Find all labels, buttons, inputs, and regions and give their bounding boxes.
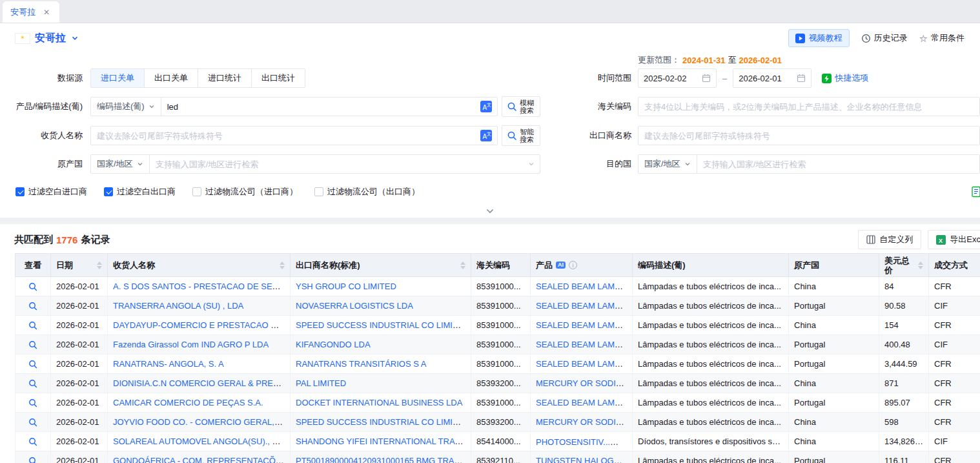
ai-badge: AI [556, 262, 566, 269]
product-link[interactable]: SEALED BEAM LAMP ... [536, 320, 629, 330]
consignee-link[interactable]: DAYDAYUP-COMERCIO E PRESTACAO DE S... [113, 320, 291, 330]
collapse-filters-button[interactable] [0, 205, 980, 218]
checkbox-icon[interactable] [104, 187, 113, 196]
consignee-link[interactable]: GONDOÁFRICA - COM. REPRESENTAÇÕES ... [113, 456, 291, 463]
chevron-down-icon[interactable] [528, 161, 535, 167]
data-source-tab-3[interactable]: 出口统计 [252, 69, 305, 87]
tab-angola[interactable]: 安哥拉 ✕ [3, 1, 59, 23]
view-record-icon[interactable] [28, 418, 37, 427]
view-record-icon[interactable] [28, 340, 37, 349]
consignee-input[interactable] [91, 127, 480, 145]
view-record-icon[interactable] [28, 321, 37, 330]
exporter-link[interactable]: NOVASERRA LOGISTICS LDA [296, 301, 413, 311]
product-link[interactable]: SEALED BEAM LAMP ... [536, 301, 629, 311]
hs-code-input[interactable] [638, 98, 979, 116]
history-button[interactable]: 历史记录 [861, 32, 908, 44]
data-source-tab-0[interactable]: 进口关单 [91, 69, 145, 87]
view-record-icon[interactable] [28, 437, 37, 446]
view-record-icon[interactable] [28, 379, 37, 388]
exporter-link[interactable]: PT50018900004120931000165 BMG TRADI... [296, 456, 469, 463]
results-table: 查看 日期 收货人名称 出口商名称(标准) 海关编码 产品AIi 编码描述(葡)… [15, 253, 980, 463]
exporter-link[interactable]: KIFANGONDO LDA [296, 340, 371, 349]
data-source-tab-2[interactable]: 进口统计 [198, 69, 252, 87]
cell-incoterm: CFR [929, 413, 980, 432]
origin-country-input[interactable] [150, 155, 528, 173]
origin-region-select[interactable]: 国家/地区 [91, 155, 150, 173]
consignee-link[interactable]: RANATRANS- ANGOLA, S. A [113, 359, 224, 369]
custom-columns-button[interactable]: 自定义列 [858, 230, 921, 249]
product-link[interactable]: SEALED BEAM LAMP ... [536, 282, 629, 291]
product-link[interactable]: SEALED BEAM LAMP ... [536, 340, 629, 349]
product-field-select[interactable]: 编码描述(葡) [91, 98, 161, 116]
country-selector[interactable]: 安哥拉 [35, 32, 66, 45]
sort-usd-icon[interactable] [915, 262, 923, 269]
destination-country-input[interactable] [697, 155, 979, 173]
consignee-link[interactable]: SOLAREAL AUTOMOVEL ANGOLA(SU)., LDA [113, 437, 289, 446]
checkbox-icon[interactable] [192, 187, 201, 196]
favorites-button[interactable]: ☆ 常用条件 [919, 32, 965, 44]
filter-checkbox-2[interactable]: 过滤物流公司（进口商） [192, 186, 298, 198]
checkbox-icon[interactable] [15, 187, 25, 196]
translate-icon[interactable]: A文 [480, 101, 492, 112]
exporter-link[interactable]: DOCKET INTERNATIONAL BUSINESS LDA [296, 398, 462, 407]
filter-checkbox-3[interactable]: 过滤物流公司（出口商） [314, 186, 420, 198]
date-from-input[interactable] [644, 74, 699, 83]
consignee-link[interactable]: TRANSERRA ANGOLA (SU) , LDA [113, 301, 243, 311]
view-record-icon[interactable] [28, 282, 37, 291]
table-row: 2026-02-01 GONDOÁFRICA - COM. REPRESENTA… [15, 451, 980, 463]
product-search-input[interactable] [161, 98, 480, 116]
cell-origin-country: China [789, 316, 879, 335]
product-link[interactable]: MERCURY OR SODIU... [536, 417, 629, 427]
product-link[interactable]: PHOTOSENSITIV... [536, 437, 618, 447]
view-record-icon[interactable] [28, 360, 37, 369]
product-link[interactable]: SEALED BEAM LAMP ... [536, 359, 629, 369]
exporter-link[interactable]: RANATRANS TRANSITÁRIOS S A [296, 359, 427, 369]
data-source-tab-1[interactable]: 出口关单 [145, 69, 198, 87]
exporter-link[interactable]: SHANDONG YIFEI INTERNATIONAL TRADIN... [296, 437, 471, 446]
filter-checkbox-1[interactable]: 过滤空白出口商 [104, 186, 176, 198]
results-panel: 共匹配到 1776 条记录 自定义列 X 导出Exc 查看 日期 收货人名称 出… [0, 224, 980, 463]
sort-consignee-icon[interactable] [277, 262, 285, 269]
date-to-field[interactable] [733, 68, 812, 88]
view-record-icon[interactable] [28, 302, 37, 311]
exporter-link[interactable]: SPEED SUCCESS INDUSTRIAL CO LIMITED [296, 417, 469, 427]
quick-options-button[interactable]: 快捷选项 [822, 72, 868, 84]
date-to-input[interactable] [739, 74, 794, 83]
consignee-link[interactable]: DIONISIA.C.N COMERCIO GERAL & PRESTA... [113, 378, 291, 388]
export-excel-button[interactable]: X 导出Exc [928, 230, 980, 249]
exporter-link[interactable]: YSH GROUP CO LIMITED [296, 282, 396, 291]
product-link[interactable]: SEALED BEAM LAMP ... [536, 398, 629, 407]
tab-close-icon[interactable]: ✕ [43, 8, 50, 16]
exporter-input[interactable] [638, 127, 979, 145]
consignee-link[interactable]: CAMICAR COMERCIO DE PEÇAS S.A. [113, 398, 263, 407]
consignee-link[interactable]: A. S DOS SANTOS - PRESTACAO DE SERVIC... [113, 282, 291, 291]
checkbox-icon[interactable] [314, 187, 323, 196]
save-filter-icon[interactable] [971, 186, 980, 198]
header-product: 产品AIi [531, 254, 633, 277]
fuzzy-search-button[interactable]: 模糊搜索 [502, 96, 540, 117]
exporter-link[interactable]: SPEED SUCCESS INDUSTRIAL CO LIMITED [296, 320, 469, 330]
consignee-link[interactable]: JOYVIO FOOD CO. - COMERCIO GERAL, LDA [113, 417, 291, 427]
sort-exporter-icon[interactable] [458, 262, 465, 269]
destination-region-select[interactable]: 国家/地区 [638, 155, 697, 173]
cell-hs-code: 85391000... [471, 355, 531, 374]
table-row: 2026-02-01 DAYDAYUP-COMERCIO E PRESTACAO… [15, 316, 980, 335]
cell-usd-total: 871 [879, 374, 929, 393]
info-icon[interactable]: i [569, 261, 577, 269]
product-link[interactable]: MERCURY OR SODIU... [536, 378, 629, 388]
smart-search-button[interactable]: 智能搜索 [502, 125, 540, 146]
sort-date-icon[interactable] [94, 262, 102, 269]
consignee-link[interactable]: Fazenda Girassol Com IND AGRO P LDA [113, 340, 269, 349]
video-tutorial-button[interactable]: 视频教程 [788, 29, 850, 47]
translate-icon[interactable]: A文 [480, 130, 492, 141]
filter-checkbox-0[interactable]: 过滤空白进口商 [15, 186, 87, 198]
smart-search-label: 智能搜索 [520, 128, 535, 143]
exporter-link[interactable]: PAL LIMITED [296, 378, 346, 388]
date-from-field[interactable] [638, 68, 717, 88]
view-record-icon[interactable] [28, 398, 37, 407]
view-record-icon[interactable] [28, 457, 37, 463]
product-link[interactable]: TUNGSTEN HALOGEN... [536, 456, 633, 463]
cell-date: 2026-02-01 [51, 335, 108, 355]
export-excel-label: 导出Exc [950, 234, 980, 245]
chevron-down-icon[interactable] [71, 34, 79, 42]
